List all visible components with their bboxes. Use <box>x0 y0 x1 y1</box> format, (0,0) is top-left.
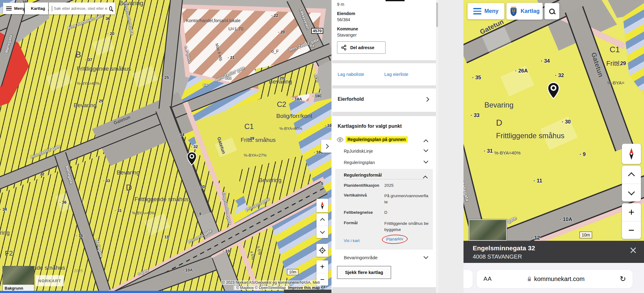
map-label: 16A <box>325 123 332 127</box>
pan-down-button[interactable] <box>316 226 328 238</box>
chevron-down-icon[interactable] <box>424 254 429 259</box>
map-label: D <box>126 184 132 192</box>
cutoff-text-fragment <box>386 0 405 1</box>
layer-rpjuridisklinje[interactable]: RpJuridiskLinje <box>344 149 373 154</box>
compass-button[interactable] <box>622 144 641 164</box>
scrollbar-thumb[interactable] <box>436 2 438 27</box>
map-attribution: © 2023 Norkart AS/Geovekst og kommunene/… <box>221 280 321 291</box>
detail-row: Planidentifikasjon 2025 <box>344 183 430 188</box>
panel-scrollbar[interactable] <box>436 0 438 293</box>
map-label: Bolig/forr/kont <box>276 113 312 119</box>
map-label: %-BYA=40% <box>494 150 521 155</box>
search-box[interactable] <box>49 2 115 14</box>
map-label: 2025 <box>74 269 83 273</box>
bakgrunn-label: Bakgrunn <box>5 286 23 291</box>
bakgrunn-thumbnail[interactable] <box>469 219 507 241</box>
expand-panel-button[interactable] <box>321 140 332 153</box>
reguleringsformal-title[interactable]: Reguleringsformål <box>344 173 382 178</box>
map-label: Bevaring <box>269 79 292 84</box>
search-input[interactable] <box>53 6 108 11</box>
map-label: 15 <box>76 234 83 238</box>
compass-button[interactable] <box>316 199 328 212</box>
lock-icon <box>527 276 532 282</box>
locate-button[interactable] <box>316 244 328 257</box>
chevron-down-icon[interactable] <box>424 159 429 164</box>
reload-button[interactable]: ↻ <box>620 275 626 283</box>
layer-reguleringsplan[interactable]: Reguleringsplan <box>344 160 375 165</box>
chevron-down-icon <box>320 229 325 234</box>
pan-down-button[interactable] <box>622 184 641 202</box>
vis-i-kart-link[interactable]: Vis i kart <box>344 238 360 243</box>
scale-indicator: 10m <box>287 269 298 275</box>
pan-buttons <box>316 213 328 238</box>
map-label: 25 <box>162 76 169 80</box>
pan-up-button[interactable] <box>316 213 328 226</box>
lag-eierliste-link[interactable]: Lag eierliste <box>384 72 408 77</box>
desktop-map-canvas[interactable]: 39Bevaring36EngelsminnegataArne Rettedal… <box>0 0 332 293</box>
chevron-right-icon <box>324 144 329 149</box>
sjekk-flere-kartlag-button[interactable]: Sjekk flere kartlag <box>337 266 391 279</box>
text-size-button[interactable]: AA <box>483 275 492 282</box>
map-label: U=1.70 <box>228 26 243 31</box>
kartlag-button[interactable]: Kartlag <box>25 2 48 14</box>
url-bar[interactable]: AA kommunekart.com ↻ <box>477 270 633 288</box>
map-label: 21 <box>228 56 235 60</box>
map-label: 32 <box>555 73 564 78</box>
eierforhold-card[interactable]: Eierforhold <box>332 88 436 112</box>
zoom-out-button[interactable]: − <box>622 221 641 239</box>
del-adresse-button[interactable]: Del adresse <box>337 41 386 54</box>
map-label: Engelsminnegata <box>222 192 232 225</box>
chevron-up-icon[interactable] <box>424 139 429 144</box>
row-value: D <box>384 210 429 215</box>
zoom-in-button[interactable]: + <box>316 260 328 273</box>
text-caret <box>52 6 52 11</box>
eierforhold-label: Eierforhold <box>338 96 364 102</box>
meny-button[interactable]: Meny <box>3 3 24 14</box>
map-label: 10 <box>223 249 230 253</box>
map-label: 32 <box>191 145 198 149</box>
map-label: %-BYA=40% <box>77 81 100 85</box>
map-label: 34 <box>0 207 7 211</box>
pan-up-button[interactable] <box>622 166 641 184</box>
attribution-line1: © 2023 Norkart AS/Geovekst og kommunene/… <box>221 280 321 285</box>
mobile-screenshot: GatetunGatetun3426A353233C1Frittl.29%-BY… <box>464 0 644 293</box>
chevron-up-icon[interactable] <box>423 176 428 181</box>
map-label: 10A <box>183 268 193 272</box>
map-label: s gate <box>137 268 149 276</box>
stavanger-shield-icon <box>510 6 518 16</box>
norkart-logo: NORKART <box>36 275 64 286</box>
map-label: 29 <box>617 61 626 66</box>
detail-row: Feltbetegnelse D <box>344 210 430 215</box>
map-label: 31 <box>484 148 493 154</box>
map-label: Møllegata <box>4 34 13 53</box>
eye-icon[interactable] <box>337 137 343 142</box>
search-icon[interactable] <box>109 6 112 11</box>
mobile-search-button[interactable] <box>545 3 559 19</box>
map-label: Bevaring <box>258 177 281 183</box>
kommune-label: Kommune <box>337 26 358 31</box>
screenshot-root: 39Bevaring36EngelsminnegataArne Rettedal… <box>0 0 644 293</box>
planarkiv-link[interactable]: Planarkiv <box>386 236 403 242</box>
map-pin <box>547 80 560 101</box>
map-label: Jens Zetlitz' gate <box>29 144 61 159</box>
mobile-meny-button[interactable]: Meny <box>467 3 504 19</box>
map-label: 4570 <box>311 28 323 34</box>
bottom-blue-strip <box>0 291 284 293</box>
zoom-in-button[interactable]: + <box>622 203 641 221</box>
map-label: 26A <box>515 68 528 73</box>
layer-bevaringomrade[interactable]: Bevaringområde <box>344 255 378 260</box>
mobile-kartlag-button[interactable]: Kartlag <box>506 3 543 20</box>
mobile-map-canvas[interactable]: GatetunGatetun3426A353233C1Frittl.29%-BY… <box>464 0 644 241</box>
zoom-buttons: + − <box>622 203 641 239</box>
lag-naboliste-link[interactable]: Lag naboliste <box>338 72 364 77</box>
layer-reguleringsplan-grunnen[interactable]: Reguleringsplan på grunnen <box>346 136 408 143</box>
bakgrunn-thumbnail[interactable]: Bakgrunn <box>2 266 34 292</box>
map-label: 20 <box>278 30 285 34</box>
map-label: Gatetun <box>590 52 604 78</box>
close-button[interactable]: × <box>629 245 637 255</box>
chevron-down-icon[interactable] <box>424 147 429 152</box>
safari-toolbar: AA kommunekart.com ↻ <box>464 263 644 293</box>
map-label: 36 <box>60 200 66 204</box>
map-label: 36 <box>103 17 110 21</box>
map-label: Frittl. småhus <box>241 137 276 143</box>
